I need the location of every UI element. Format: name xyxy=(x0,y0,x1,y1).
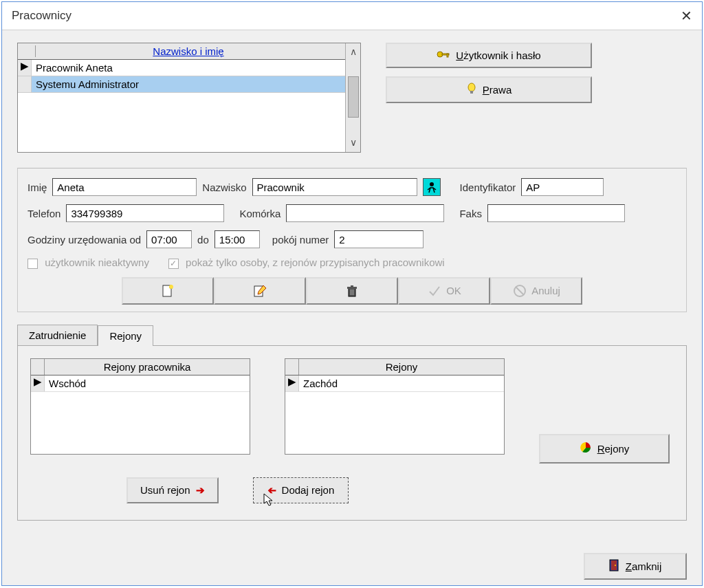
tab-panel-rejony: Rejony pracownika ▶ Wschód Rejony xyxy=(17,345,687,521)
window-title: Pracownicy xyxy=(12,9,72,23)
table-row[interactable]: Systemu Administrator xyxy=(18,76,345,93)
komorka-field[interactable] xyxy=(286,204,444,222)
cursor-icon xyxy=(263,493,276,510)
svg-point-3 xyxy=(468,83,475,91)
user-password-label: UUżytkownik i hasłożytkownik i hasło xyxy=(456,50,540,61)
scrollbar[interactable]: ∧ ∨ xyxy=(345,43,360,152)
checkbox-icon: ✓ xyxy=(168,259,179,269)
list-item[interactable]: ▶ Wschód xyxy=(31,375,250,392)
rejony-all-list: Rejony ▶ Zachód xyxy=(285,358,505,455)
rights-label: Prawa xyxy=(483,84,512,96)
lightbulb-icon xyxy=(466,83,477,97)
scroll-thumb[interactable] xyxy=(348,76,359,118)
label-telefon: Telefon xyxy=(28,208,60,219)
employee-list-header: Nazwisko i imię xyxy=(18,43,345,60)
key-icon xyxy=(437,49,450,62)
pokoj-field[interactable] xyxy=(334,230,424,248)
chk-showonly: ✓ pokaż tylko osoby, z rejonów przypisan… xyxy=(168,257,445,269)
od-field[interactable] xyxy=(146,230,192,248)
row-marker xyxy=(18,76,32,92)
top-row: Nazwisko i imię ▶ Pracownik Aneta System… xyxy=(17,43,687,153)
region-name: Zachód xyxy=(299,375,504,391)
svg-rect-4 xyxy=(470,91,473,94)
do-field[interactable] xyxy=(214,230,260,248)
svg-rect-11 xyxy=(351,285,353,287)
svg-rect-10 xyxy=(347,287,357,289)
telefon-field[interactable] xyxy=(66,204,224,222)
rights-button[interactable]: Prawa xyxy=(386,76,592,103)
nazwisko-field[interactable] xyxy=(252,178,417,196)
new-button[interactable] xyxy=(122,277,214,305)
svg-point-5 xyxy=(430,182,434,186)
rejony-pracownika-list: Rejony pracownika ▶ Wschód xyxy=(30,358,250,455)
ident-field[interactable] xyxy=(521,178,604,196)
tabs: Zatrudnienie Rejony Rejony pracownika ▶ … xyxy=(17,325,687,521)
chk-inactive: użytkownik nieaktywny xyxy=(28,257,149,269)
region-name: Wschód xyxy=(45,375,250,391)
label-imie: Imię xyxy=(28,182,47,193)
tab-zatrudnienie[interactable]: Zatrudnienie xyxy=(17,325,98,345)
form-area: Imię Nazwisko Identyfikator Telefon Komó… xyxy=(17,168,687,312)
rejony-all-header: Rejony xyxy=(299,359,504,375)
label-komorka: Komórka xyxy=(239,208,280,219)
header-nazwisko-imie[interactable]: Nazwisko i imię xyxy=(36,45,341,57)
ok-button: OK xyxy=(398,277,490,305)
zamknij-label: Zamknij xyxy=(626,560,662,572)
edit-button[interactable] xyxy=(214,277,306,305)
dialog-body: Nazwisko i imię ▶ Pracownik Aneta System… xyxy=(2,30,702,547)
door-icon xyxy=(609,559,620,574)
close-icon[interactable]: ✕ xyxy=(681,8,692,24)
row-name: Pracownik Aneta xyxy=(32,60,345,76)
pie-icon xyxy=(580,442,592,456)
tab-rejony[interactable]: Rejony xyxy=(98,325,153,346)
rejony-label: Rejony xyxy=(597,443,630,455)
rejony-pracownika-header: Rejony pracownika xyxy=(45,359,250,375)
employee-list: Nazwisko i imię ▶ Pracownik Aneta System… xyxy=(17,43,361,153)
svg-rect-2 xyxy=(447,54,448,57)
arrow-right-icon: ➔ xyxy=(196,484,205,497)
usun-label: Usuń rejon xyxy=(140,484,190,496)
rejony-button[interactable]: Rejony xyxy=(539,434,670,464)
label-godziny: Godziny urzędowania od xyxy=(28,234,141,246)
label-ident: Identyfikator xyxy=(460,182,516,193)
dodaj-rejon-button[interactable]: ➔ Dodaj rejon xyxy=(253,477,349,503)
person-icon[interactable] xyxy=(423,178,441,196)
svg-point-19 xyxy=(615,565,616,566)
label-nazwisko: Nazwisko xyxy=(202,182,246,193)
chevron-down-icon[interactable]: ∨ xyxy=(350,137,357,148)
label-do: do xyxy=(197,234,209,246)
checkbox-icon xyxy=(28,259,38,269)
zamknij-button[interactable]: Zamknij xyxy=(584,553,687,580)
chevron-up-icon[interactable]: ∧ xyxy=(350,46,357,57)
dialog-pracownicy: Pracownicy ✕ Nazwisko i imię ▶ Pracownik… xyxy=(1,1,703,586)
header-selector-col xyxy=(22,45,36,57)
table-row[interactable]: ▶ Pracownik Aneta xyxy=(18,60,345,76)
row-marker: ▶ xyxy=(18,60,32,76)
imie-field[interactable] xyxy=(52,178,197,196)
list-item[interactable]: ▶ Zachód xyxy=(285,375,504,392)
usun-rejon-button[interactable]: Usuń rejon ➔ xyxy=(126,477,219,503)
titlebar: Pracownicy ✕ xyxy=(2,2,702,30)
user-password-button[interactable]: UUżytkownik i hasłożytkownik i hasło xyxy=(386,43,592,68)
svg-line-16 xyxy=(516,287,524,295)
faks-field[interactable] xyxy=(487,204,625,222)
delete-button[interactable] xyxy=(306,277,398,305)
chk-showonly-label: pokaż tylko osoby, z rejonów przypisanyc… xyxy=(186,257,445,268)
label-faks: Faks xyxy=(459,208,482,219)
svg-point-7 xyxy=(169,285,173,289)
side-buttons: UUżytkownik i hasłożytkownik i hasło Pra… xyxy=(386,43,592,103)
row-name: Systemu Administrator xyxy=(32,76,345,92)
toolbar: OK Anuluj xyxy=(28,277,676,305)
label-pokoj: pokój numer xyxy=(272,234,329,246)
chk-inactive-label: użytkownik nieaktywny xyxy=(45,257,149,268)
dodaj-label: Dodaj rejon xyxy=(282,484,335,496)
cancel-button: Anuluj xyxy=(490,277,582,305)
